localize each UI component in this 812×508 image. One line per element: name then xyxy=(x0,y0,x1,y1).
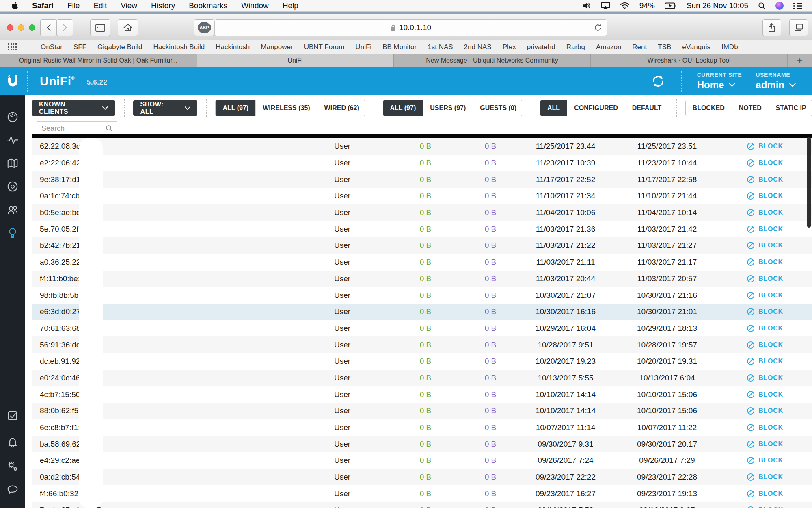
show-dropdown[interactable]: SHOW: ALL xyxy=(133,100,198,116)
favorites-item[interactable]: Plex xyxy=(503,43,516,51)
sidebar-item-settings[interactable] xyxy=(0,458,25,474)
block-button[interactable]: BLOCK xyxy=(718,291,812,300)
table-row[interactable]: 9e:38:17:d1:1 User 0 B 0 B 11/17/2017 22… xyxy=(32,171,812,188)
favorites-item[interactable]: Amazon xyxy=(596,43,621,51)
notification-center-icon[interactable] xyxy=(793,2,802,9)
favorites-item[interactable]: Rarbg xyxy=(566,43,585,51)
table-row[interactable]: 7a:da:27:c1:ca:15 User 0 B 0 B 09/16/201… xyxy=(32,502,812,508)
username-selector[interactable]: USERNAME admin xyxy=(756,72,796,91)
block-button[interactable]: BLOCK xyxy=(718,142,812,150)
airplay-icon[interactable] xyxy=(601,2,610,9)
table-row[interactable]: e2:22:06:42: User 0 B 0 B 11/23/2017 10:… xyxy=(32,155,812,172)
block-button[interactable]: BLOCK xyxy=(718,490,812,498)
filter-option[interactable]: USERS (97) xyxy=(423,100,473,116)
sidebar-item-devices[interactable] xyxy=(0,178,25,195)
client-mac[interactable]: e4:29:c2:ae:a xyxy=(40,456,300,465)
block-button[interactable]: BLOCK xyxy=(718,225,812,233)
bookmarks-grid-icon[interactable] xyxy=(8,43,17,50)
table-row[interactable]: ba:58:69:62:1 User 0 B 0 B 09/30/2017 9:… xyxy=(32,436,812,452)
table-row[interactable]: 70:61:63:68: User 0 B 0 B 10/29/2017 16:… xyxy=(32,320,812,337)
adblock-extension-button[interactable]: ABP xyxy=(194,19,214,36)
sidebar-item-events[interactable] xyxy=(0,408,25,424)
block-button[interactable]: BLOCK xyxy=(718,192,812,200)
ubiquiti-logo-icon[interactable] xyxy=(0,72,25,90)
sidebar-item-clients[interactable] xyxy=(0,202,25,218)
client-mac[interactable]: 6e:c8:b7:f1:f2 xyxy=(40,423,300,432)
block-button[interactable]: BLOCK xyxy=(718,440,812,448)
client-mac[interactable]: 88:0b:62:f5:a xyxy=(40,406,300,415)
table-row[interactable]: a0:36:25:22:b User 0 B 0 B 11/03/2017 21… xyxy=(32,254,812,271)
table-row[interactable]: 0a:d2:cb:54:4 User 0 B 0 B 09/23/2017 22… xyxy=(32,469,812,486)
tab-overview-button[interactable] xyxy=(789,19,808,36)
table-row[interactable]: e4:29:c2:ae:a User 0 B 0 B 09/26/2017 7:… xyxy=(32,452,812,469)
table-row[interactable]: e0:24:0c:46:f User 0 B 0 B 10/13/2017 5:… xyxy=(32,370,812,386)
table-row[interactable]: b0:5e:ae:be:c User 0 B 0 B 11/04/2017 10… xyxy=(32,204,812,221)
block-button[interactable]: BLOCK xyxy=(718,176,812,184)
block-button[interactable]: BLOCK xyxy=(718,324,812,332)
client-mac[interactable]: f4:11:b0:be:7 xyxy=(40,274,300,283)
apple-menu-icon[interactable] xyxy=(11,2,18,10)
filter-option[interactable]: BLOCKED xyxy=(686,100,732,116)
table-row[interactable]: 4c:b7:15:50:2 User 0 B 0 B 10/10/2017 14… xyxy=(32,386,812,403)
table-row[interactable]: f4:66:b0:32:9 User 0 B 0 B 09/23/2017 16… xyxy=(32,485,812,502)
search-input[interactable] xyxy=(37,124,106,133)
siri-icon[interactable] xyxy=(775,2,784,10)
client-mac[interactable]: 0a:d2:cb:54:4 xyxy=(40,473,300,482)
favorites-item[interactable]: TSB xyxy=(658,43,671,51)
favorites-item[interactable]: 1st NAS xyxy=(428,43,453,51)
table-row[interactable]: f4:11:b0:be:7 User 0 B 0 B 11/03/2017 20… xyxy=(32,271,812,287)
address-bar[interactable]: 10.0.1.10 xyxy=(214,19,607,36)
wifi-icon[interactable] xyxy=(620,2,630,9)
known-clients-dropdown[interactable]: KNOWN CLIENTS xyxy=(32,100,115,116)
client-mac[interactable]: e6:3d:d0:27: xyxy=(40,307,300,316)
client-mac[interactable]: e2:22:06:42: xyxy=(40,158,300,167)
menu-item-history[interactable]: History xyxy=(151,1,175,10)
sidebar-item-alerts[interactable] xyxy=(0,434,25,450)
share-button[interactable] xyxy=(762,19,781,36)
zoom-window-button[interactable] xyxy=(29,24,35,31)
menu-item-help[interactable]: Help xyxy=(283,1,298,10)
favorites-item[interactable]: Manpower xyxy=(261,43,293,51)
favorites-item[interactable]: privatehd xyxy=(527,43,555,51)
block-button[interactable]: BLOCK xyxy=(718,308,812,316)
client-mac[interactable]: f4:66:b0:32:9 xyxy=(40,489,300,498)
favorites-item[interactable]: Gigabyte Build xyxy=(97,43,143,51)
client-mac[interactable]: 4c:b7:15:50:2 xyxy=(40,390,300,399)
home-button[interactable] xyxy=(118,19,138,36)
block-button[interactable]: BLOCK xyxy=(718,275,812,283)
table-row[interactable]: 88:0b:62:f5:a User 0 B 0 B 10/10/2017 14… xyxy=(32,403,812,419)
block-button[interactable]: BLOCK xyxy=(718,423,812,432)
filter-option[interactable]: WIRED (62) xyxy=(317,100,365,116)
filter-option[interactable]: GUESTS (0) xyxy=(473,100,522,116)
close-window-button[interactable] xyxy=(7,24,13,31)
filter-option[interactable]: DEFAULT xyxy=(625,100,667,116)
block-button[interactable]: BLOCK xyxy=(718,374,812,382)
minimize-window-button[interactable] xyxy=(18,24,24,31)
menu-item-edit[interactable]: Edit xyxy=(93,1,107,10)
client-mac[interactable]: 56:91:36:dd:f xyxy=(40,341,300,350)
block-button[interactable]: BLOCK xyxy=(718,241,812,250)
table-row[interactable]: e6:3d:d0:27: User 0 B 0 B 10/30/2017 16:… xyxy=(32,304,812,320)
favorites-item[interactable]: Hackintosh xyxy=(216,43,250,51)
table-row[interactable]: 6e:c8:b7:f1:f2 User 0 B 0 B 10/07/2017 1… xyxy=(32,419,812,436)
new-tab-button[interactable]: + xyxy=(788,54,812,67)
favorites-item[interactable]: SFF xyxy=(73,43,86,51)
block-button[interactable]: BLOCK xyxy=(718,159,812,167)
favorites-item[interactable]: UniFi xyxy=(355,43,371,51)
table-row[interactable]: 98:fb:8b:5b:b User 0 B 0 B 10/30/2017 21… xyxy=(32,287,812,304)
client-mac[interactable]: 70:61:63:68: xyxy=(40,324,300,333)
spotlight-icon[interactable] xyxy=(758,2,766,10)
favorites-item[interactable]: BB Monitor xyxy=(382,43,417,51)
block-button[interactable]: BLOCK xyxy=(718,407,812,415)
table-row[interactable]: 62:22:08:3c: User 0 B 0 B 11/25/2017 23:… xyxy=(32,138,812,155)
client-mac[interactable]: b2:42:7b:21:4 xyxy=(40,241,300,250)
browser-tab[interactable]: UniFi xyxy=(197,54,394,67)
client-mac[interactable]: ba:58:69:62:1 xyxy=(40,440,300,449)
block-button[interactable]: BLOCK xyxy=(718,506,812,508)
client-mac[interactable]: b0:5e:ae:be:c xyxy=(40,208,300,217)
table-row[interactable]: 56:91:36:dd:f User 0 B 0 B 10/28/2017 9:… xyxy=(32,336,812,353)
filter-option[interactable]: CONFIGURED xyxy=(567,100,625,116)
client-mac[interactable]: 62:22:08:3c: xyxy=(40,142,300,151)
client-mac[interactable]: 7a:da:27:c1:ca:15 xyxy=(40,506,300,508)
filter-option[interactable]: WIRELESS (35) xyxy=(256,100,317,116)
